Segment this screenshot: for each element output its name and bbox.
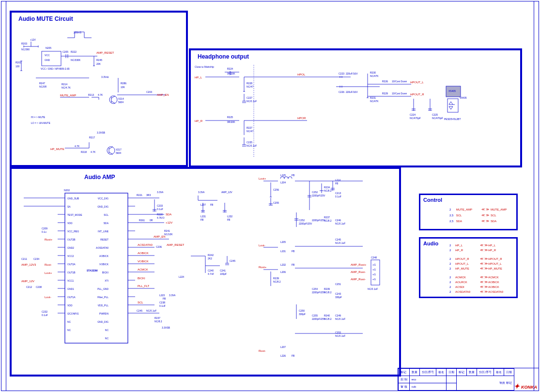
svg-text:OUT1B: OUT1B <box>67 271 76 274</box>
net-pllflt: AMP_RESET <box>167 243 185 246</box>
svg-text:L226: L226 <box>280 354 286 357</box>
output-filter: Lout+ L225FB L204 C256 C255 C252 2200pF/… <box>259 174 380 357</box>
svg-text:BICKI: BICKI <box>138 277 145 280</box>
svg-text:AOBICK: AOBICK <box>99 255 109 257</box>
svg-text:OUT1A: OUT1A <box>67 296 76 299</box>
svg-text:GND_DIG: GND_DIG <box>97 320 108 323</box>
c248: C243 <box>335 292 341 295</box>
svg-text:NC: NC <box>105 329 109 332</box>
c205: C205 <box>62 50 68 53</box>
r228: R228 <box>247 82 252 85</box>
r203: R203 <box>21 42 27 45</box>
net-routp: Rout+ <box>45 238 53 241</box>
svg-text:4.7K: 4.7K <box>98 93 103 96</box>
block-amp-title: Audio AMP <box>84 174 115 181</box>
r239b: C245 <box>137 309 142 312</box>
r225: R225 <box>227 116 233 119</box>
note-hi: HI = > MUTE <box>31 116 46 119</box>
c209: C209 <box>42 227 47 230</box>
net-amp12v: AMP_12V <box>21 280 34 283</box>
net-scl: SDA <box>166 213 171 216</box>
svg-text:10/Cost Down: 10/Cost Down <box>392 80 407 83</box>
svg-text:5604: 5604 <box>116 151 121 154</box>
svg-text:NC/8.2: NC/8.2 <box>324 317 332 320</box>
svg-text:0.1u: 0.1u <box>42 230 46 233</box>
svg-text:PLL_GND: PLL_GND <box>97 287 108 290</box>
xs405-label: XS405 <box>448 90 456 92</box>
block-headphone: Headphone output Close to Mainchip HP_L … <box>189 48 522 167</box>
svg-text:L204: L204 <box>280 181 286 184</box>
v214: V214 <box>118 97 124 100</box>
block-mute-title: Audio MUTE Circuit <box>18 15 73 22</box>
net-loutm: Lout- <box>45 296 51 299</box>
svg-text:RESET: RESET <box>100 238 108 241</box>
net-hpoutl: HPOUT_L <box>410 81 424 84</box>
net-hpr: HP_R <box>195 120 203 122</box>
block-amp: Audio AMP STA333W N202 GND_SUB SA TEST_M… <box>10 167 401 377</box>
svg-text:0R: 0R <box>150 219 153 222</box>
net-12v: +12V <box>30 38 36 41</box>
svg-text:+G: +G <box>372 263 376 266</box>
svg-text:NC/0.1uF: NC/0.1uF <box>368 287 378 290</box>
svg-text:R239: R239 <box>324 287 330 290</box>
svg-text:+G: +G <box>372 268 376 271</box>
svg-text:3.3VSB: 3.3VSB <box>162 326 170 329</box>
c227: C227 <box>247 96 252 99</box>
c213: L232 <box>227 215 232 218</box>
c225: C225 <box>432 113 438 116</box>
svg-text:330pF: 330pF <box>335 296 342 299</box>
svg-text:NC/47: NC/47 <box>247 85 253 88</box>
c224: C224 <box>410 113 416 116</box>
hp-note: Close to Mainchip <box>195 65 214 68</box>
svg-text:NC/47K: NC/47K <box>370 75 379 77</box>
svg-text:NC: NC <box>67 329 71 332</box>
svg-text:OUT2B: OUT2B <box>67 238 76 241</box>
c215: L231 <box>201 215 206 218</box>
svg-text:100pF: 100pF <box>220 272 227 275</box>
c235: C235 <box>247 141 252 144</box>
r221: R221 <box>137 194 142 196</box>
svg-text:2200pF/25V: 2200pF/25V <box>312 291 325 294</box>
net-loutp: Lout+ <box>45 271 52 274</box>
svg-text:OUT2A: OUT2A <box>67 263 76 266</box>
svg-text:FB: FB <box>292 250 295 253</box>
svg-text:NC/0R: NC/0R <box>39 85 46 88</box>
svg-text:0.1uF: 0.1uF <box>159 304 166 307</box>
r231: R231 <box>370 96 376 99</box>
svg-text:GND: GND <box>45 59 50 61</box>
svg-text:VCC / GND / APX809-2.65: VCC / GND / APX809-2.65 <box>41 67 70 70</box>
svg-text:I2CONFIG: I2CONFIG <box>67 312 79 315</box>
svg-text:2K2: 2K2 <box>208 257 212 260</box>
svg-text:NC/8.2: NC/8.2 <box>273 280 281 283</box>
schematic-headphone: Close to Mainchip HP_L R224 0R/20K R228 … <box>191 50 520 166</box>
svg-text:C245: C245 <box>335 238 341 241</box>
svg-text:C255: C255 <box>273 201 279 204</box>
r223: C256 <box>273 188 279 191</box>
svg-text:FB: FB <box>210 203 214 206</box>
svg-text:AMP_12V: AMP_12V <box>221 191 232 194</box>
schematic-amp: STA333W N202 GND_SUB SA TEST_MODE VDD VC… <box>12 169 399 375</box>
svg-text:VCC: VCC <box>45 54 50 57</box>
svg-text:FB: FB <box>163 297 166 300</box>
svg-rect-31 <box>447 99 458 112</box>
c226: C226 <box>339 90 344 93</box>
c223: C223 <box>339 72 344 75</box>
svg-text:Rout+: Rout+ <box>259 266 267 269</box>
c236: C236 <box>156 245 162 248</box>
svg-text:L205: L205 <box>280 241 286 243</box>
legend-audio-title: Audio <box>423 241 438 246</box>
svg-text:NC/470pF: NC/470pF <box>432 117 443 120</box>
svg-text:L206: L206 <box>280 271 286 273</box>
r217: R217 <box>89 136 95 139</box>
svg-text:NC/0.1uF: NC/0.1uF <box>247 100 257 103</box>
svg-text:Filter_PLL: Filter_PLL <box>97 296 108 299</box>
svg-text:10K: 10K <box>121 86 125 89</box>
pulse-label: 200mS <box>74 31 82 34</box>
net-hpol: HPOL <box>297 73 306 76</box>
svg-text:2200pF/25V: 2200pF/25V <box>312 219 325 222</box>
c203: C203 <box>146 90 152 93</box>
svg-text:3.3VA: 3.3VA <box>169 294 176 297</box>
net-amp-reset: AMP_RESET <box>96 51 114 54</box>
net-hpoutr: HPOUT_R <box>410 93 424 96</box>
svg-text:Rout-: Rout- <box>259 349 266 352</box>
